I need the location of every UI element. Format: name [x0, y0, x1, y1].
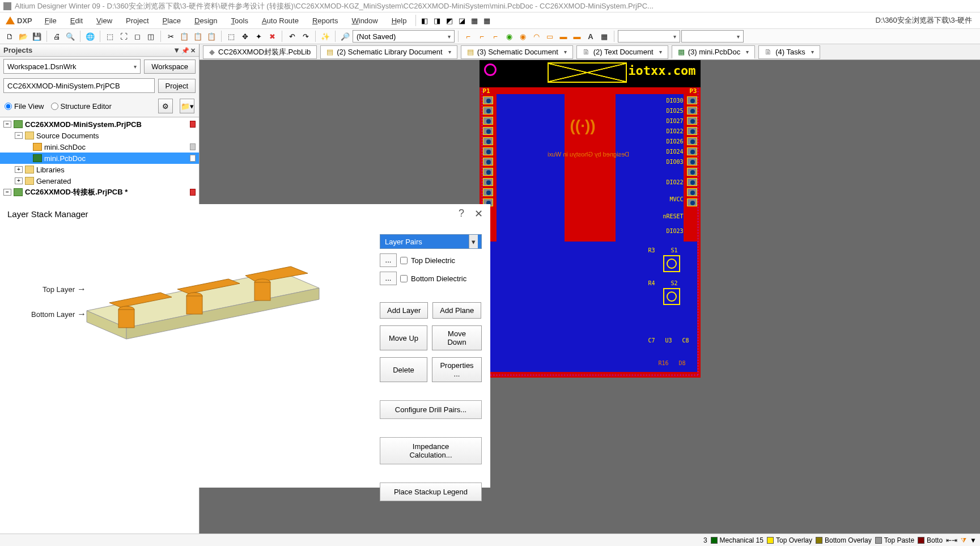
top-dielectric-dots[interactable]: ... [380, 253, 397, 267]
menu-tools[interactable]: Tools [224, 14, 255, 27]
tree-pcbdoc[interactable]: mini.PcbDoc [0, 153, 199, 164]
properties-button[interactable]: Properties ... [432, 357, 482, 382]
tree-project-2[interactable]: − CC26XXMOD-转接板.PrjPCB * [0, 187, 199, 198]
browse-icon[interactable]: 🔎 [339, 30, 351, 43]
region-icon[interactable]: ▬ [557, 30, 570, 43]
menu-extra-icon-2[interactable]: ◨ [431, 14, 443, 27]
expander-icon[interactable]: + [15, 177, 23, 184]
menu-help[interactable]: Help [385, 14, 414, 27]
tab-tasks[interactable]: 🗎(4) Tasks [758, 45, 820, 59]
bottom-dielectric-checkbox[interactable] [400, 275, 408, 282]
drill-pairs-button[interactable]: Configure Drill Pairs... [380, 400, 482, 419]
menu-file[interactable]: File [38, 14, 63, 27]
tab-schlib[interactable]: ▤(2) Schematic Library Document [320, 45, 457, 59]
combo-2[interactable] [618, 30, 680, 43]
tree-project-1[interactable]: − CC26XXMOD-MiniSystem.PrjPCB [0, 118, 199, 130]
layer-tab-toppaste[interactable]: Top Paste [875, 536, 914, 544]
tab-pcblib[interactable]: ◆CC26XXMOD封装库.PcbLib [203, 45, 317, 59]
poly-icon[interactable]: ▬ [571, 30, 583, 43]
menu-extra-icon-1[interactable]: ◧ [418, 14, 431, 27]
menu-extra-icon-3[interactable]: ◩ [443, 14, 456, 27]
panel-dropdown-icon[interactable]: ▼ [173, 46, 180, 54]
globe-icon[interactable]: 🌐 [84, 30, 96, 43]
save-icon[interactable]: 💾 [31, 30, 43, 43]
add-layer-button[interactable]: Add Layer [380, 302, 428, 319]
tab-schdoc[interactable]: ▤(3) Schematic Document [461, 45, 573, 59]
menu-extra-icon-6[interactable]: ▦ [481, 14, 493, 27]
paste-special-icon[interactable]: 📋 [205, 30, 218, 43]
zoom-area-icon[interactable]: ⬚ [104, 30, 116, 43]
stackup-legend-button[interactable]: Place Stackup Legend [380, 482, 482, 501]
menu-window[interactable]: Window [345, 14, 384, 27]
menu-view[interactable]: View [90, 14, 119, 27]
string-icon[interactable]: A [584, 30, 597, 43]
layer-pairs-combo[interactable]: Layer Pairs [380, 234, 482, 249]
tree-generated[interactable]: + Generated [0, 175, 199, 187]
tree-source-documents[interactable]: − Source Documents [0, 130, 199, 141]
file-view-radio[interactable]: File View [5, 102, 44, 111]
menu-extra-icon-5[interactable]: ▦ [468, 14, 481, 27]
menu-edit[interactable]: Edit [63, 14, 90, 27]
zoom-sel-icon[interactable]: ◻ [131, 30, 143, 43]
layer-tab-bottompaste[interactable]: Botto [918, 536, 943, 544]
via-icon[interactable]: ◉ [503, 30, 515, 43]
menu-reports[interactable]: Reports [306, 14, 345, 27]
impedance-button[interactable]: Impedance Calculation... [380, 437, 482, 464]
select-icon[interactable]: ⬚ [225, 30, 237, 43]
add-plane-button[interactable]: Add Plane [432, 302, 481, 319]
structure-editor-radio[interactable]: Structure Editor [51, 102, 112, 111]
project-button[interactable]: Project [158, 79, 196, 93]
new-icon[interactable]: 🗋 [3, 30, 16, 43]
pin-icon[interactable] [181, 46, 189, 54]
expander-icon[interactable]: + [15, 166, 23, 173]
panel-icon-2[interactable]: 📁▾ [180, 99, 194, 113]
bottom-dielectric-dots[interactable]: ... [380, 272, 397, 285]
tab-text[interactable]: 🗎(2) Text Document [576, 45, 668, 59]
open-icon[interactable]: 📂 [17, 30, 29, 43]
tree-schdoc[interactable]: mini.SchDoc [0, 141, 199, 153]
menu-place[interactable]: Place [156, 14, 188, 27]
wand-icon[interactable]: ✨ [319, 30, 332, 43]
help-icon[interactable]: ? [459, 208, 464, 220]
close-icon[interactable]: ✕ [474, 208, 483, 220]
move-icon[interactable]: ✥ [239, 30, 251, 43]
tool-icon-1[interactable]: ◫ [145, 30, 157, 43]
delete-button[interactable]: Delete [380, 357, 427, 382]
clear-icon[interactable]: ✖ [266, 30, 278, 43]
fill-icon[interactable]: ▭ [544, 30, 556, 43]
pad-icon[interactable]: ◉ [516, 30, 529, 43]
copy-icon[interactable]: 📋 [178, 30, 190, 43]
route-icon-2[interactable]: ⌐ [476, 30, 488, 43]
move-up-button[interactable]: Move Up [380, 325, 427, 350]
combo-3[interactable] [681, 30, 744, 43]
paste-icon[interactable]: 📋 [192, 30, 204, 43]
top-dielectric-checkbox[interactable] [400, 257, 408, 264]
workspace-button[interactable]: Workspace [144, 60, 196, 74]
route-icon-1[interactable]: ⌐ [462, 30, 474, 43]
dxp-button[interactable]: DXP [6, 16, 32, 25]
menu-autoroute[interactable]: Auto Route [255, 14, 306, 27]
arc-icon[interactable]: ◠ [530, 30, 542, 43]
cut-icon[interactable]: ✂ [164, 30, 177, 43]
status-clear-icon[interactable]: ▼ [970, 536, 977, 544]
print-icon[interactable]: 🖨 [50, 30, 63, 43]
preview-icon[interactable]: 🔍 [64, 30, 77, 43]
menu-design[interactable]: Design [188, 14, 224, 27]
filter-combo[interactable]: (Not Saved) [353, 30, 455, 43]
tab-pcbdoc[interactable]: ▩(3) mini.PcbDoc [672, 45, 755, 59]
dialog-titlebar[interactable]: Layer Stack Manager ? ✕ [1, 205, 490, 223]
expander-icon[interactable]: − [3, 121, 11, 128]
menu-project[interactable]: Project [119, 14, 155, 27]
project-name-input[interactable]: CC26XXMOD-MiniSystem.PrjPCB [3, 78, 155, 93]
status-filter-icon[interactable]: ⧩ [961, 536, 966, 544]
panel-close-icon[interactable] [190, 46, 196, 54]
comp-icon[interactable]: ▦ [598, 30, 610, 43]
undo-icon[interactable]: ↶ [286, 30, 298, 43]
menu-extra-icon-4[interactable]: ◪ [456, 14, 468, 27]
layer-tab-mech15[interactable]: Mechanical 15 [711, 536, 763, 544]
expander-icon[interactable]: − [3, 189, 11, 196]
layer-tab-topoverlay[interactable]: Top Overlay [767, 536, 812, 544]
zoom-fit-icon[interactable]: ⛶ [117, 30, 130, 43]
route-icon-3[interactable]: ⌐ [489, 30, 502, 43]
redo-icon[interactable]: ↷ [299, 30, 312, 43]
